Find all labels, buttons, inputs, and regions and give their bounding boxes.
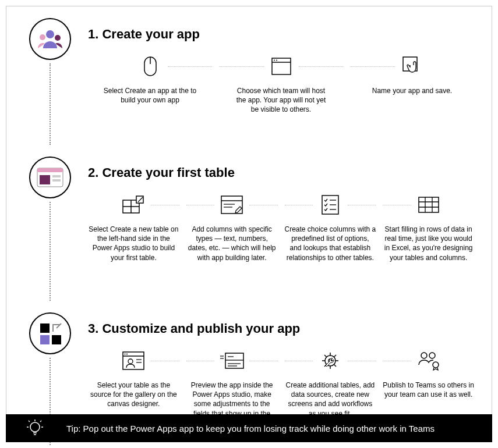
table-card-icon: [37, 168, 63, 187]
section-3-title: 3. Customize and publish your app: [88, 321, 474, 336]
step-2-4: Start filling in rows of data in real ti…: [383, 191, 474, 262]
svg-line-57: [334, 355, 336, 357]
svg-point-38: [126, 354, 128, 355]
svg-point-39: [128, 359, 133, 364]
connector-line: [50, 63, 51, 145]
step-2-4-text: Start filling in rows of data in real ti…: [383, 225, 474, 262]
section-2-circle: [29, 157, 71, 198]
svg-rect-35: [123, 352, 144, 369]
svg-point-60: [429, 353, 435, 358]
svg-rect-34: [52, 335, 61, 344]
infographic-container: 1. Create your app Select Create an app …: [6, 6, 492, 441]
form-edit-icon: [221, 195, 243, 214]
svg-point-61: [433, 362, 439, 368]
step-1-1: Select Create an app at the to build you…: [88, 52, 212, 115]
new-table-icon: [122, 195, 144, 214]
section-2-steps: Select Create a new table on the left-ha…: [88, 191, 474, 262]
step-2-1-text: Select Create a new table on the left-ha…: [88, 225, 179, 262]
step-1-3-text: Name your app and save.: [372, 86, 452, 95]
svg-point-62: [30, 422, 40, 432]
svg-rect-12: [40, 175, 50, 184]
connector-line: [50, 202, 51, 301]
tap-icon: [402, 56, 423, 77]
step-1-2: Choose which team will host the app. You…: [219, 52, 343, 115]
section-2-body: 2. Create your first table Select Create…: [76, 157, 474, 262]
svg-rect-33: [40, 335, 50, 344]
svg-rect-11: [37, 168, 63, 172]
team-badge-icon: [417, 351, 440, 371]
step-1-1-text: Select Create an app at the to build you…: [104, 86, 197, 105]
form-lines-icon: [220, 353, 244, 369]
svg-point-7: [274, 60, 275, 61]
mouse-icon: [143, 56, 157, 77]
step-3-1-text: Select your table as the source for the …: [88, 381, 179, 409]
step-3-3-text: Create additional tables, add data sourc…: [285, 381, 376, 418]
people-icon: [37, 29, 63, 49]
svg-point-0: [46, 30, 54, 38]
svg-point-1: [40, 34, 45, 40]
svg-point-59: [421, 353, 427, 358]
svg-line-56: [334, 364, 336, 367]
section-3-body: 3. Customize and publish your app Select…: [76, 312, 474, 428]
step-1-3: Name your app and save.: [350, 52, 474, 115]
section-2-rail: [24, 157, 76, 301]
grid-icon: [418, 197, 439, 213]
checklist-icon: [322, 195, 339, 215]
step-1-2-text: Choose which team will host the app. You…: [235, 86, 328, 115]
svg-point-2: [55, 35, 61, 41]
tip-bar: Tip: Pop out the Power Apps app to keep …: [6, 414, 492, 442]
browser-icon: [271, 58, 291, 75]
lightbulb-icon: [27, 419, 43, 438]
svg-line-69: [40, 421, 41, 422]
section-1: 1. Create your app Select Create an app …: [24, 18, 474, 145]
svg-point-8: [276, 60, 277, 61]
svg-line-55: [324, 355, 327, 357]
step-2-3-text: Create choice columns with a predefined …: [285, 225, 376, 262]
step-2-2-text: Add columns with specific types — text, …: [186, 225, 278, 262]
tip-text: Tip: Pop out the Power Apps app to keep …: [66, 424, 435, 433]
section-2: 2. Create your first table Select Create…: [24, 157, 474, 301]
section-2-title: 2. Create your first table: [88, 165, 474, 180]
svg-line-68: [29, 421, 30, 422]
section-3-circle: [29, 312, 71, 354]
step-2-2: Add columns with specific types — text, …: [186, 191, 278, 262]
section-1-circle: [29, 18, 71, 60]
apps-icon: [38, 321, 62, 346]
section-1-rail: [24, 18, 76, 145]
step-2-3: Create choice columns with a predefined …: [285, 191, 376, 262]
section-1-body: 1. Create your app Select Create an app …: [76, 18, 474, 115]
svg-rect-14: [52, 179, 61, 182]
svg-rect-32: [40, 323, 50, 333]
svg-rect-27: [419, 197, 439, 212]
gear-wrench-icon: [320, 350, 341, 371]
preview-user-icon: [122, 351, 144, 370]
section-1-title: 1. Create your app: [88, 27, 474, 42]
section-1-steps: Select Create an app at the to build you…: [88, 52, 474, 115]
svg-point-37: [125, 354, 126, 355]
svg-rect-13: [52, 175, 61, 177]
step-2-1: Select Create a new table on the left-ha…: [88, 191, 179, 262]
svg-rect-5: [272, 58, 291, 74]
svg-rect-18: [136, 196, 143, 203]
step-3-4-text: Publish to Teams so others in your team …: [383, 381, 474, 399]
